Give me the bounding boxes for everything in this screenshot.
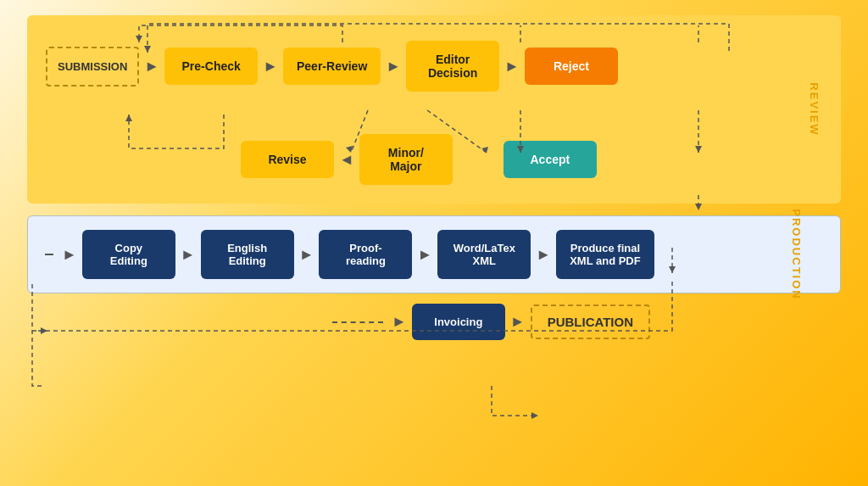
arrow-precheck-peer: ► bbox=[263, 58, 278, 75]
invoicing-box: Invoicing bbox=[412, 304, 505, 340]
precheck-box: Pre-Check bbox=[164, 47, 258, 85]
reject-box: Reject bbox=[525, 47, 618, 85]
english-editing-box: English Editing bbox=[201, 230, 294, 279]
review-section: REVIEW bbox=[27, 15, 841, 204]
arrow-copy-english: ► bbox=[181, 246, 196, 264]
arrow-word-produce: ► bbox=[536, 246, 551, 264]
editor-decision-box: Editor Decision bbox=[406, 41, 499, 92]
arrow-sub-precheck: ► bbox=[144, 58, 159, 75]
word-latex-box: Word/LaTex XML bbox=[437, 230, 531, 279]
arrow-editor-reject: ► bbox=[504, 58, 520, 75]
proofreading-box: Proof- reading bbox=[319, 230, 412, 279]
revise-box: Revise bbox=[241, 141, 334, 178]
arrow-proof-word: ► bbox=[417, 246, 432, 264]
minor-major-box: Minor/ Major bbox=[359, 134, 453, 185]
arrow-minor-revise: ► bbox=[339, 151, 354, 169]
arrow-peer-editor: ► bbox=[386, 58, 401, 75]
publication-row: ► Invoicing ► PUBLICATION bbox=[27, 304, 841, 340]
svg-marker-9 bbox=[531, 412, 538, 419]
submission-box: SUBMISSION bbox=[46, 47, 139, 87]
production-section: PRODUCTION ► Copy Editing ► English Edit… bbox=[27, 215, 841, 293]
peerreview-box: Peer-Review bbox=[283, 47, 381, 85]
svg-marker-6 bbox=[695, 204, 702, 210]
produce-final-box: Produce final XML and PDF bbox=[556, 230, 654, 279]
accept-box: Accept bbox=[504, 141, 597, 178]
review-label: REVIEW bbox=[808, 82, 821, 136]
production-row: ► Copy Editing ► English Editing ► Proof… bbox=[45, 230, 823, 279]
arrow-invoicing-pub: ► bbox=[510, 313, 526, 331]
review-top-row: SUBMISSION ► Pre-Check ► Peer-Review ► E… bbox=[46, 32, 822, 100]
arrow-entry-copy: ► bbox=[62, 246, 77, 264]
review-bottom-row: Revise ► Minor/ Major Accept bbox=[46, 134, 822, 185]
publication-box: PUBLICATION bbox=[531, 304, 650, 339]
copy-editing-box: Copy Editing bbox=[82, 230, 175, 279]
main-container: REVIEW bbox=[27, 15, 841, 340]
production-label: PRODUCTION bbox=[790, 209, 803, 299]
svg-marker-1 bbox=[125, 115, 132, 121]
arrow-to-invoicing: ► bbox=[392, 313, 407, 331]
arrow-english-proof: ► bbox=[299, 246, 314, 264]
